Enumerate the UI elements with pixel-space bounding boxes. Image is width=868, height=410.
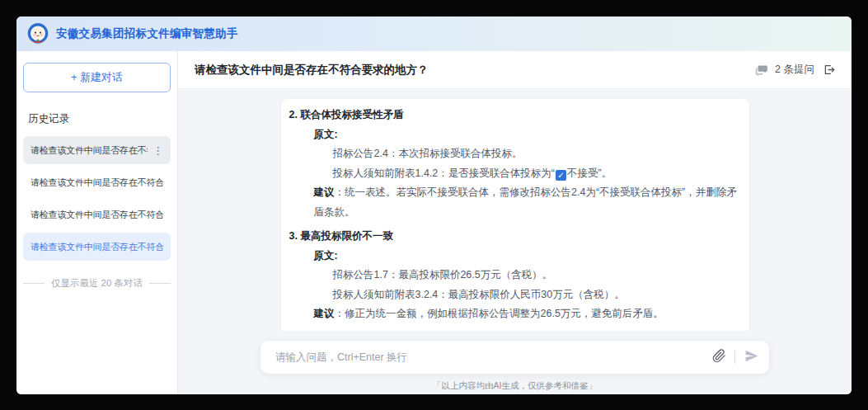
history-item-1[interactable]: 请检查该文件中间是否存在不符... ⋮ (23, 136, 171, 164)
original-quote: 招标公告2.4：本次招标接受联合体投标。 (289, 144, 741, 164)
history-section-title: 历史记录 (28, 112, 166, 126)
sidebar: + 新建对话 历史记录 请检查该文件中间是否存在不符... ⋮ 请检查该文件中间… (16, 51, 178, 394)
send-plane-icon (744, 348, 759, 366)
paperclip-icon (712, 349, 726, 365)
mascot-logo-icon (27, 23, 49, 45)
issue-heading: 2. 联合体投标接受性矛盾 (289, 106, 741, 125)
suggestion-line: 建议：统一表述。若实际不接受联合体，需修改招标公告2.4为“不接受联合体投标”，… (289, 183, 741, 222)
answer-card: 2. 联合体投标接受性矛盾 原文: 招标公告2.4：本次招标接受联合体投标。 投… (281, 99, 749, 331)
new-chat-button[interactable]: + 新建对话 (23, 63, 171, 92)
more-options-icon[interactable]: ⋮ (148, 144, 163, 157)
divider (734, 351, 735, 364)
export-icon[interactable] (823, 64, 835, 76)
answer-scroll-area[interactable]: 2. 联合体投标接受性矛盾 原文: 招标公告2.4：本次招标接受联合体投标。 投… (178, 89, 852, 331)
divider-line (149, 283, 171, 284)
suggestion-label: 建议 (314, 186, 335, 198)
original-quote: 投标人须知前附表1.4.2：是否接受联合体投标为“✓不接受”。 (289, 164, 741, 184)
app-header: 安徽交易集团招标文件编审智慧助手 (16, 16, 852, 51)
attach-button[interactable] (712, 349, 726, 365)
history-item-2[interactable]: 请检查该文件中间是否存在不符合... (23, 168, 171, 196)
send-button[interactable] (744, 348, 759, 366)
question-title: 请检查该文件中间是否存在不符合要求的地方？ (195, 63, 429, 78)
history-limit-text: 仅显示最近 20 条对话 (51, 277, 143, 290)
composer-area: 「以上内容均由AI生成，仅供参考和借鉴」 (178, 331, 852, 394)
divider-line (23, 283, 45, 284)
history-item-label: 请检查该文件中间是否存在不符合... (30, 209, 163, 221)
main-panel: 请检查该文件中间是否存在不符合要求的地方？ 2 条提问 (178, 51, 852, 394)
conversation-header: 请检查该文件中间是否存在不符合要求的地方？ 2 条提问 (178, 51, 852, 89)
original-label: 原文: (289, 125, 741, 145)
history-item-label: 请检查该文件中间是否存在不符合... (30, 241, 163, 253)
app-title: 安徽交易集团招标文件编审智慧助手 (56, 26, 238, 41)
question-count: 2 条提问 (775, 63, 814, 77)
original-label: 原文: (289, 247, 741, 266)
history-item-label: 请检查该文件中间是否存在不符合... (30, 177, 163, 189)
checked-checkbox-icon: ✓ (556, 170, 566, 181)
history-item-label: 请检查该文件中间是否存在不符... (30, 144, 148, 157)
chat-bubbles-icon (755, 64, 768, 77)
issue-heading: 3. 最高投标限价不一致 (289, 227, 741, 247)
app-window: 安徽交易集团招标文件编审智慧助手 + 新建对话 历史记录 请检查该文件中间是否存… (16, 16, 852, 394)
history-item-3[interactable]: 请检查该文件中间是否存在不符合... (23, 200, 171, 229)
ai-disclaimer: 「以上内容均由AI生成，仅供参考和借鉴」 (433, 380, 597, 392)
suggestion-line: 建议：修正为统一金额，例如根据招标公告调整为26.5万元，避免前后矛盾。 (289, 304, 741, 324)
history-limit-note: 仅显示最近 20 条对话 (23, 277, 171, 290)
original-quote: 投标人须知前附表3.2.4：最高投标限价人民币30万元（含税）。 (289, 285, 741, 305)
message-input[interactable] (274, 351, 712, 364)
history-item-4-active[interactable]: 请检查该文件中间是否存在不符合... (23, 233, 171, 261)
message-input-box (260, 341, 769, 374)
suggestion-label: 建议 (314, 308, 335, 319)
original-quote: 招标公告1.7：最高投标限价26.5万元（含税）。 (289, 266, 741, 285)
